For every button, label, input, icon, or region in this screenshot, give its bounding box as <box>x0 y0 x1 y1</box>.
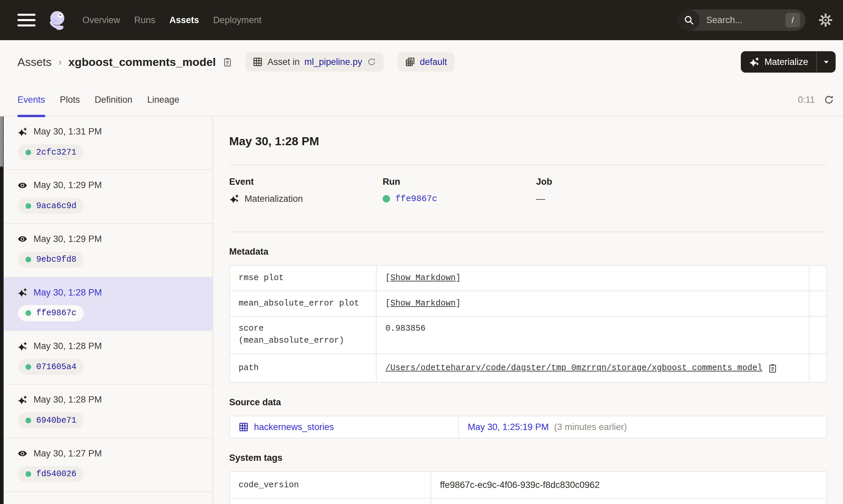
search-icon <box>678 10 700 31</box>
event-timestamp: May 30, 1:31 PM <box>34 126 102 137</box>
event-list-item[interactable]: May 30, 1:27 PM fd540026 <box>0 438 212 492</box>
run-id-link: 9aca6c9d <box>36 201 76 211</box>
tag-key: code_version <box>230 472 431 498</box>
run-id-pill[interactable]: ffe9867c <box>18 305 84 321</box>
caret-down-icon <box>824 60 829 64</box>
run-success-dot <box>25 257 31 263</box>
breadcrumb-row: Assets › xgboost_comments_model Asset in… <box>0 40 843 84</box>
asset-tabs: Events Plots Definition Lineage 0:11 <box>0 84 843 116</box>
tab-plots[interactable]: Plots <box>60 84 80 116</box>
source-timestamp-link[interactable]: May 30, 1:25:19 PM <box>468 422 549 432</box>
run-success-dot <box>25 203 31 209</box>
observation-eye-icon <box>17 234 28 244</box>
run-success-dot <box>25 418 31 424</box>
primary-nav: Overview Runs Assets Deployment <box>82 15 261 25</box>
top-navbar: Overview Runs Assets Deployment / <box>0 0 843 40</box>
job-label: Job <box>536 177 827 187</box>
run-success-dot <box>25 471 31 477</box>
sparkle-icon <box>749 57 760 67</box>
tab-definition[interactable]: Definition <box>95 84 133 116</box>
nav-item-assets[interactable]: Assets <box>170 15 199 25</box>
metadata-key: mean_absolute_error plot <box>230 291 377 316</box>
event-list-item-selected[interactable]: May 30, 1:28 PM ffe9867c <box>0 277 212 331</box>
table-grid-icon <box>239 422 248 432</box>
materialize-dropdown-button[interactable] <box>817 51 836 73</box>
event-list-item[interactable]: May 30, 1:31 PM 2cfc3271 <box>0 116 212 170</box>
event-list-item[interactable]: May 30, 1:28 PM 6940be71 <box>0 384 212 438</box>
table-grid-icon <box>253 57 263 67</box>
tab-events[interactable]: Events <box>17 84 45 116</box>
source-asset-link[interactable]: hackernews_stories <box>254 422 334 432</box>
event-type-value: Materialization <box>245 194 303 204</box>
search-shortcut-key: / <box>785 13 800 28</box>
source-asset-cell: hackernews_stories <box>230 416 459 438</box>
run-id-link: ffe9867c <box>36 308 76 318</box>
run-id-link: 9ebc9fd8 <box>36 255 76 264</box>
reload-location-icon[interactable] <box>367 57 376 67</box>
menu-icon[interactable] <box>17 14 35 26</box>
source-data-heading: Source data <box>229 397 827 408</box>
show-markdown-link[interactable]: Show Markdown <box>390 272 456 284</box>
materialization-sparkle-icon <box>17 341 28 352</box>
materialize-split-button: Materialize <box>741 51 836 73</box>
group-grid-icon <box>405 57 415 67</box>
table-row: path /Users/odetteharary/code/dagster/tm… <box>230 354 826 382</box>
path-link[interactable]: /Users/odetteharary/code/dagster/tmp_0mz… <box>385 362 762 374</box>
event-detail-panel: May 30, 1:28 PM Event Materialization Ru… <box>213 116 843 504</box>
run-id-pill[interactable]: 9ebc9fd8 <box>18 252 84 268</box>
code-location-link[interactable]: ml_pipeline.py <box>304 57 362 67</box>
source-timestamp-note: (3 minutes earlier) <box>554 422 627 432</box>
nav-item-overview[interactable]: Overview <box>82 15 120 25</box>
dagster-asset-page: Overview Runs Assets Deployment / <box>0 0 843 504</box>
tab-lineage[interactable]: Lineage <box>147 84 179 116</box>
dagster-logo[interactable] <box>47 9 69 31</box>
run-id-pill[interactable]: 9aca6c9d <box>18 198 84 214</box>
page-title: xgboost_comments_model <box>68 56 216 69</box>
materialize-button[interactable]: Materialize <box>741 51 816 73</box>
bracket: ] <box>456 298 461 309</box>
global-search[interactable]: / <box>678 10 806 31</box>
event-timestamp: May 30, 1:27 PM <box>34 448 102 459</box>
observation-eye-icon <box>17 448 28 458</box>
window-edge-artifact <box>0 116 4 504</box>
run-id-link[interactable]: ffe9867c <box>395 194 437 204</box>
show-markdown-link[interactable]: Show Markdown <box>390 298 456 309</box>
refresh-icon[interactable] <box>824 94 834 105</box>
table-row: mean_absolute_error plot [Show Markdown] <box>230 291 826 317</box>
run-success-dot <box>25 149 31 155</box>
refresh-countdown: 0:11 <box>798 95 815 105</box>
event-list-item[interactable]: May 30, 1:28 PM 071605a4 <box>0 331 212 384</box>
event-summary: Event Materialization Run ffe9867c Job — <box>229 177 827 205</box>
event-detail-title: May 30, 1:28 PM <box>229 134 827 148</box>
search-input[interactable] <box>706 15 777 26</box>
run-success-dot <box>25 310 31 316</box>
group-badge[interactable]: default <box>398 52 454 72</box>
run-id-pill[interactable]: 2cfc3271 <box>18 144 84 160</box>
event-list-item[interactable]: May 30, 1:29 PM 9aca6c9d <box>0 170 212 223</box>
nav-item-runs[interactable]: Runs <box>134 15 155 25</box>
copy-path-icon[interactable] <box>768 363 778 373</box>
event-timestamp: May 30, 1:28 PM <box>34 341 102 352</box>
source-timestamp-cell: May 30, 1:25:19 PM (3 minutes earlier) <box>459 416 826 438</box>
materialization-sparkle-icon <box>17 395 28 405</box>
score-value: 0.983856 <box>385 323 426 335</box>
metadata-table: rmse plot [Show Markdown] mean_absolute_… <box>229 265 827 383</box>
event-list-item[interactable]: May 30, 1:29 PM 9ebc9fd8 <box>0 224 212 277</box>
event-timestamp: May 30, 1:28 PM <box>34 395 102 405</box>
asset-location-prefix: Asset in <box>268 57 299 67</box>
run-id-pill[interactable]: fd540026 <box>18 466 84 482</box>
table-row: code_version ffe9867c-ec9c-4f06-939c-f8d… <box>230 472 826 499</box>
system-tags-heading: System tags <box>229 452 827 463</box>
run-id-pill[interactable]: 6940be71 <box>18 412 84 428</box>
table-row: rmse plot [Show Markdown] <box>230 266 826 291</box>
breadcrumb-assets-link[interactable]: Assets <box>17 56 52 69</box>
event-timestamp: May 30, 1:28 PM <box>34 287 102 298</box>
run-id-link: fd540026 <box>36 469 76 479</box>
run-success-dot <box>25 364 31 370</box>
nav-item-deployment[interactable]: Deployment <box>213 15 261 25</box>
gear-icon[interactable] <box>818 13 833 28</box>
copy-asset-name-icon[interactable] <box>222 57 233 67</box>
run-id-pill[interactable]: 071605a4 <box>18 359 84 375</box>
bracket: [ <box>385 272 390 284</box>
chevron-right-icon: › <box>58 56 62 68</box>
